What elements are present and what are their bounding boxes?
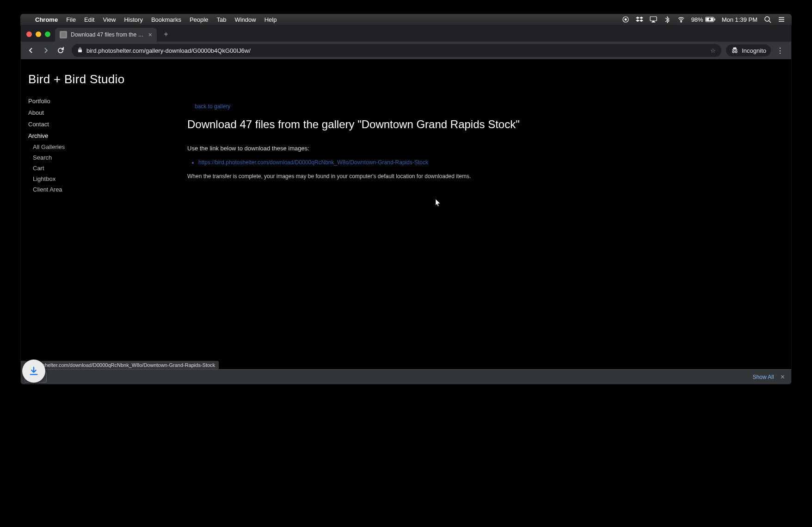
cursor-icon <box>435 198 442 207</box>
nav-search[interactable]: Search <box>28 152 148 163</box>
control-center-icon[interactable] <box>778 16 785 23</box>
lock-icon <box>77 47 83 54</box>
nav-all-galleries[interactable]: All Galleries <box>28 142 148 152</box>
download-animation-bubble <box>22 360 45 383</box>
browser-toolbar: bird.photoshelter.com/gallery-download/G… <box>21 42 791 59</box>
nav-about[interactable]: About <box>28 107 148 118</box>
battery-status[interactable]: 98% <box>691 16 715 23</box>
svg-rect-2 <box>650 17 657 21</box>
back-button[interactable] <box>25 44 37 57</box>
url-text: bird.photoshelter.com/gallery-download/G… <box>86 47 251 54</box>
bookmark-star-icon[interactable]: ☆ <box>710 47 716 54</box>
site-nav: Portfolio About Contact Archive All Gall… <box>28 95 148 195</box>
back-to-gallery-link[interactable]: back to gallery <box>195 103 230 110</box>
svg-point-7 <box>765 17 769 21</box>
app-name[interactable]: Chrome <box>35 16 58 23</box>
tab-favicon <box>60 31 67 38</box>
download-shelf: ⌃ Show All × <box>21 369 791 384</box>
spotlight-icon[interactable] <box>764 16 771 23</box>
download-link-item: https://bird.photoshelter.com/download/D… <box>198 159 773 166</box>
menu-file[interactable]: File <box>66 16 76 23</box>
svg-rect-9 <box>78 50 82 52</box>
dropbox-icon[interactable] <box>636 16 643 23</box>
browser-tab[interactable]: Download 47 files from the gal × <box>55 28 157 42</box>
window-controls <box>26 31 50 37</box>
page-content: Bird + Bird Studio Portfolio About Conta… <box>21 59 791 384</box>
address-bar[interactable]: bird.photoshelter.com/gallery-download/G… <box>72 44 721 57</box>
site-title[interactable]: Bird + Bird Studio <box>28 72 124 87</box>
nav-lightbox[interactable]: Lightbox <box>28 174 148 184</box>
screen-record-icon[interactable] <box>622 16 629 23</box>
nav-client-area[interactable]: Client Area <box>28 184 148 195</box>
svg-point-1 <box>624 19 627 21</box>
menu-view[interactable]: View <box>103 16 116 23</box>
menu-tab[interactable]: Tab <box>216 16 226 23</box>
download-link[interactable]: https://bird.photoshelter.com/download/D… <box>198 159 428 166</box>
menu-help[interactable]: Help <box>265 16 277 23</box>
menu-window[interactable]: Window <box>234 16 256 23</box>
link-hover-statusbar: …photoshelter.com/download/D0000qRcNbnk_… <box>21 361 219 369</box>
menubar-clock[interactable]: Mon 1:39 PM <box>722 16 757 23</box>
svg-rect-5 <box>714 19 715 21</box>
close-shelf-button[interactable]: × <box>778 373 787 381</box>
svg-rect-8 <box>61 32 66 37</box>
macos-menubar: Chrome File Edit View History Bookmarks … <box>20 14 792 25</box>
incognito-label: Incognito <box>742 47 766 54</box>
wifi-icon[interactable] <box>677 16 685 23</box>
nav-cart[interactable]: Cart <box>28 163 148 174</box>
browser-window: Download 47 files from the gal × + bird.… <box>20 25 792 384</box>
nav-portfolio[interactable]: Portfolio <box>28 95 148 107</box>
menu-people[interactable]: People <box>190 16 208 23</box>
outro-text: When the transfer is complete, your imag… <box>187 173 773 180</box>
tab-strip: Download 47 files from the gal × + <box>21 25 791 42</box>
svg-point-3 <box>681 21 682 22</box>
chrome-menu-button[interactable]: ⋮ <box>773 46 787 55</box>
battery-percent: 98% <box>691 16 703 23</box>
tab-title: Download 47 files from the gal <box>71 31 145 38</box>
bluetooth-icon[interactable] <box>664 16 671 23</box>
menu-bookmarks[interactable]: Bookmarks <box>151 16 181 23</box>
reload-button[interactable] <box>54 44 67 57</box>
menu-history[interactable]: History <box>124 16 142 23</box>
tab-close-icon[interactable]: × <box>148 31 152 38</box>
minimize-window-button[interactable] <box>36 31 41 37</box>
nav-archive[interactable]: Archive <box>28 130 148 142</box>
maximize-window-button[interactable] <box>45 31 50 37</box>
svg-point-11 <box>735 51 737 53</box>
airplay-icon[interactable] <box>650 16 657 23</box>
intro-text: Use the link below to download these ima… <box>187 145 773 152</box>
page-heading: Download 47 files from the gallery "Down… <box>187 118 773 131</box>
new-tab-button[interactable]: + <box>160 28 172 41</box>
menu-edit[interactable]: Edit <box>84 16 94 23</box>
main-content: back to gallery Download 47 files from t… <box>187 102 773 180</box>
incognito-indicator[interactable]: Incognito <box>726 44 771 56</box>
close-window-button[interactable] <box>26 31 32 37</box>
show-all-downloads-link[interactable]: Show All <box>753 374 774 380</box>
nav-contact[interactable]: Contact <box>28 118 148 130</box>
forward-button[interactable] <box>39 44 52 57</box>
svg-point-10 <box>732 51 734 53</box>
